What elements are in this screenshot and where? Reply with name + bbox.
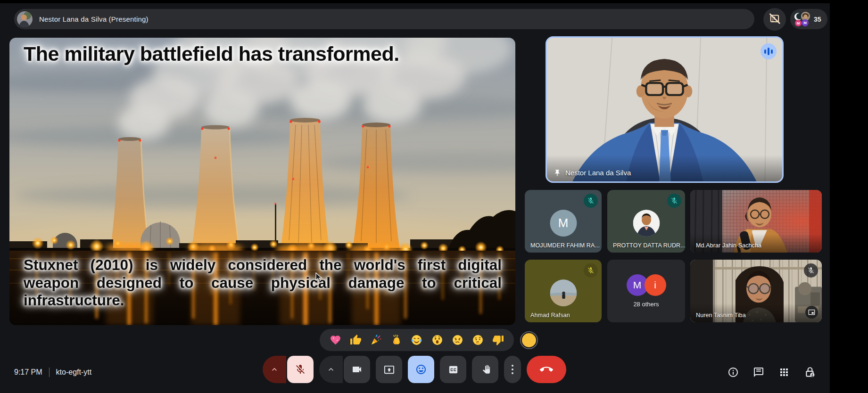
- smiley-icon: [415, 364, 427, 375]
- tile-name-shade: [547, 155, 782, 181]
- chat-button[interactable]: [753, 367, 764, 378]
- reaction-party-popper[interactable]: [370, 334, 383, 347]
- participant-tile-others[interactable]: M i 28 others: [607, 260, 685, 322]
- chat-icon: [753, 367, 764, 378]
- host-controls-button[interactable]: [804, 366, 816, 378]
- mouse-cursor: [315, 272, 323, 285]
- camera-icon: [351, 364, 363, 375]
- presenter-avatar: [17, 11, 33, 27]
- mic-muted-badge: [667, 194, 681, 208]
- more-options-button[interactable]: [504, 356, 521, 383]
- participant-name: Nuren Tasnim Tiba: [696, 312, 746, 319]
- audio-activity-indicator: [761, 43, 777, 59]
- captions-icon: [448, 364, 459, 375]
- pinned-speaker-tile[interactable]: Nestor Lana da Silva: [546, 36, 784, 183]
- avatar: [633, 210, 660, 237]
- clock: 9:17 PM: [14, 368, 42, 377]
- call-controls: [263, 356, 566, 383]
- reactions-bar: [320, 329, 514, 351]
- pinned-speaker-name: Nestor Lana da Silva: [565, 169, 631, 177]
- reaction-thumbs-down[interactable]: [491, 334, 504, 347]
- reaction-sparkling-heart[interactable]: [329, 334, 342, 347]
- camera-options-button[interactable]: [319, 356, 343, 383]
- divider: [49, 368, 50, 377]
- mic-options-button[interactable]: [263, 356, 286, 383]
- lock-person-icon: [804, 366, 816, 378]
- camera-toggle-button[interactable]: [344, 356, 370, 383]
- slide-caption-line: infrastructure.: [24, 292, 502, 310]
- call-end-icon: [540, 363, 553, 376]
- presentation-tile[interactable]: The military battlefield has transformed…: [9, 38, 515, 325]
- avatar: i: [645, 274, 666, 296]
- slide-caption-line: Stuxnet(2010)iswidelyconsideredtheworld'…: [24, 256, 502, 274]
- avatar: [550, 279, 577, 306]
- captions-button[interactable]: [440, 356, 466, 383]
- meeting-code: kto-egft-ytt: [56, 368, 92, 377]
- slide-caption-line: weapondesignedtocausephysicaldamagetocri…: [24, 274, 502, 292]
- reaction-clapping-hands[interactable]: [390, 334, 403, 347]
- picture-in-picture-button[interactable]: [805, 306, 818, 319]
- participant-mini-avatar: M: [802, 19, 809, 26]
- others-avatars: M i: [627, 274, 666, 296]
- participants-count-button[interactable]: M M 35: [790, 9, 827, 29]
- participant-name: Md.Abrar Jahin Sachcha: [696, 242, 761, 249]
- present-icon: [384, 364, 395, 375]
- chevron-up-icon: [270, 365, 279, 374]
- reaction-crying-face[interactable]: [451, 334, 464, 347]
- whiteboard-off-button[interactable]: [763, 8, 786, 31]
- meet-window: Nestor Lana da Silva (Presenting) M M 35: [0, 3, 830, 393]
- slide-caption: Stuxnet(2010)iswidelyconsideredtheworld'…: [24, 256, 502, 310]
- participant-avatars-cluster: M M: [794, 11, 810, 27]
- reaction-thinking-face[interactable]: [471, 334, 484, 347]
- reactions-toggle-button[interactable]: [408, 356, 434, 383]
- slide-title: The military battlefield has transformed…: [24, 42, 399, 66]
- apps-grid-icon: [778, 367, 790, 378]
- skin-tone-selector[interactable]: [522, 333, 536, 347]
- camera-control: [319, 356, 370, 383]
- participant-name: MOJUMDER FAHIM RA...: [530, 242, 600, 249]
- picture-in-picture-icon: [808, 309, 815, 316]
- participant-tile-ahmad[interactable]: Ahmad Rafsan: [525, 260, 602, 322]
- info-icon: [727, 367, 739, 378]
- reaction-surprised-face[interactable]: [430, 334, 444, 347]
- participant-name: Ahmad Rafsan: [530, 312, 570, 319]
- pin-icon: [554, 169, 561, 177]
- raise-hand-button[interactable]: [472, 356, 498, 383]
- participant-tile-mojumder[interactable]: M MOJUMDER FAHIM RA...: [525, 190, 602, 253]
- mic-toggle-button[interactable]: [287, 356, 314, 383]
- others-count-label: 28 others: [633, 301, 659, 308]
- mic-muted-badge: [584, 263, 598, 278]
- whiteboard-off-icon: [769, 12, 781, 26]
- avatar: M: [550, 210, 577, 237]
- participant-tile-nuren[interactable]: Nuren Tasnim Tiba: [690, 260, 822, 322]
- presenter-label: Nestor Lana da Silva (Presenting): [39, 15, 149, 23]
- chevron-up-icon: [326, 365, 336, 374]
- present-button[interactable]: [376, 356, 402, 383]
- meeting-details-button[interactable]: [727, 367, 739, 378]
- presenter-banner[interactable]: Nestor Lana da Silva (Presenting): [14, 9, 754, 29]
- mic-control: [263, 356, 314, 383]
- meeting-panels: [727, 362, 816, 382]
- participant-tile-abrar[interactable]: Md.Abrar Jahin Sachcha: [690, 190, 822, 253]
- status-bar: 9:17 PM kto-egft-ytt: [14, 362, 91, 382]
- participant-name: PROTTOY DATTA RUDR...: [613, 242, 685, 249]
- participant-mini-avatar: M: [795, 20, 802, 26]
- hand-icon: [480, 364, 491, 375]
- reaction-face-with-tears-of-joy[interactable]: [410, 334, 423, 347]
- end-call-button[interactable]: [527, 356, 566, 383]
- activities-button[interactable]: [778, 367, 790, 378]
- participant-count: 35: [814, 16, 821, 23]
- mic-off-icon: [295, 364, 306, 375]
- reaction-thumbs-up[interactable]: [349, 334, 363, 347]
- mic-muted-badge: [584, 194, 598, 208]
- mic-muted-badge: [804, 263, 818, 278]
- participant-tile-prottoy[interactable]: PROTTOY DATTA RUDR...: [607, 190, 685, 253]
